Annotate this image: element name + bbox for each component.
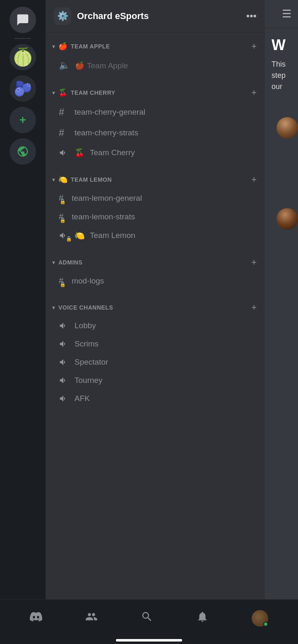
right-panel-header: ☰ — [265, 0, 298, 28]
search-icon — [141, 610, 153, 626]
right-panel-title: W — [272, 36, 291, 54]
channel-sidebar: ⚙️ Orchard eSports ••• ▾ 🍎 TEAM APPLE + … — [46, 0, 265, 599]
voice-channel-label: Scrims — [74, 339, 99, 348]
other-server-icon[interactable]: 🫐 — [10, 75, 36, 102]
channel-tourney[interactable]: Tourney — [49, 372, 262, 389]
hash-lock-icon: #🔒 — [59, 212, 63, 221]
server-header-icon: ⚙️ — [54, 7, 71, 25]
voice-channel-label: AFK — [74, 394, 90, 403]
member-avatar — [276, 117, 298, 139]
hash-lock-icon: #🔒 — [59, 193, 63, 203]
add-server-button[interactable]: + — [10, 107, 36, 133]
browse-servers-button[interactable] — [10, 138, 36, 165]
home-indicator-wrapper — [0, 637, 298, 644]
nav-search[interactable] — [134, 607, 160, 629]
category-admins-label: ADMINS — [58, 259, 248, 266]
add-channel-button[interactable]: + — [251, 302, 257, 313]
category-team-cherry-label: TEAM CHERRY — [71, 89, 248, 96]
volume-icon: 🔈 — [59, 60, 70, 71]
category-team-cherry-header[interactable]: ▾ 🍒 TEAM CHERRY + — [46, 82, 265, 101]
chevron-down-icon: ▾ — [52, 89, 55, 96]
hash-icon: # — [59, 127, 70, 139]
category-team-lemon-header[interactable]: ▾ 🍋 TEAM LEMON + — [46, 169, 265, 188]
voice-channel-label: Spectator — [74, 358, 108, 367]
channel-lobby[interactable]: Lobby — [49, 317, 262, 334]
chevron-down-icon: ▾ — [52, 176, 55, 183]
chevron-down-icon: ▾ — [52, 43, 55, 50]
add-channel-button[interactable]: + — [251, 174, 257, 185]
direct-messages-icon[interactable] — [10, 7, 36, 33]
hash-icon: # — [59, 106, 70, 118]
category-voice-channels-header[interactable]: ▾ VOICE CHANNELS + — [46, 297, 265, 316]
category-team-lemon: ▾ 🍋 TEAM LEMON + #🔒 team-lemon-general #… — [46, 166, 265, 249]
volume-lock-icon: 🔒 — [59, 231, 70, 240]
voice-channel-label: Tourney — [74, 376, 103, 385]
channel-team-lemon-general[interactable]: #🔒 team-lemon-general — [49, 189, 262, 207]
volume-icon — [59, 358, 70, 367]
category-voice-channels: ▾ VOICE CHANNELS + Lobby Scrims — [46, 294, 265, 411]
nav-friends[interactable] — [79, 607, 104, 629]
channel-name-label: mod-logs — [72, 276, 104, 286]
nav-home[interactable] — [23, 607, 49, 629]
server-sidebar: 🍈 🫐 + — [0, 0, 46, 599]
nav-profile[interactable] — [245, 607, 275, 630]
volume-icon — [59, 376, 70, 385]
add-channel-button[interactable]: + — [251, 257, 257, 268]
voice-channel-label: Lobby — [74, 321, 96, 330]
volume-icon — [59, 394, 70, 403]
user-avatar — [252, 610, 268, 627]
server-divider — [14, 38, 31, 39]
bell-icon — [196, 610, 209, 626]
home-indicator — [116, 639, 182, 642]
hamburger-menu-icon[interactable]: ☰ — [282, 7, 291, 20]
channel-mod-logs[interactable]: #🔒 mod-logs — [49, 272, 262, 290]
category-team-cherry: ▾ 🍒 TEAM CHERRY + # team-cherry-general … — [46, 79, 265, 166]
discord-logo-icon — [30, 610, 42, 626]
channel-team-cherry-strats[interactable]: # team-cherry-strats — [49, 123, 262, 143]
server-name: Orchard eSports — [77, 11, 240, 22]
chevron-down-icon: ▾ — [52, 304, 55, 311]
add-channel-button[interactable]: + — [251, 41, 257, 52]
server-more-button[interactable]: ••• — [246, 10, 257, 22]
category-admins: ▾ ADMINS + #🔒 mod-logs — [46, 249, 265, 294]
channel-team-lemon-voice[interactable]: 🔒 🍋 Team Lemon — [49, 226, 262, 245]
friends-icon — [85, 610, 98, 626]
channel-afk[interactable]: AFK — [49, 390, 262, 407]
hash-lock-icon: #🔒 — [59, 276, 63, 286]
right-panel-body: Thisstepour — [272, 59, 291, 92]
bottom-nav — [0, 599, 298, 637]
channel-team-lemon-strats[interactable]: #🔒 team-lemon-strats — [49, 208, 262, 226]
add-channel-button[interactable]: + — [251, 87, 257, 98]
nav-notifications[interactable] — [190, 607, 215, 629]
volume-icon — [59, 148, 70, 157]
channel-name-label: team-cherry-strats — [74, 128, 138, 137]
team-apple-voice-partial[interactable]: 🔈 🍎 Team Apple — [49, 56, 262, 75]
volume-icon — [59, 321, 70, 330]
category-team-apple: ▾ 🍎 TEAM APPLE + 🔈 🍎 Team Apple — [46, 33, 265, 79]
channel-name-label: team-lemon-general — [72, 194, 142, 203]
volume-icon — [59, 339, 70, 348]
category-team-lemon-label: TEAM LEMON — [71, 176, 248, 183]
channel-scrims[interactable]: Scrims — [49, 335, 262, 353]
voice-channel-label: Team Cherry — [90, 148, 135, 157]
chevron-down-icon: ▾ — [52, 259, 55, 266]
channel-name-label: team-lemon-strats — [72, 212, 135, 221]
category-admins-header[interactable]: ▾ ADMINS + — [46, 252, 265, 271]
category-team-apple-label: TEAM APPLE — [71, 43, 248, 50]
channel-name-label: team-cherry-general — [74, 108, 145, 117]
channel-team-cherry-voice[interactable]: 🍒 Team Cherry — [49, 144, 262, 162]
channel-spectator[interactable]: Spectator — [49, 353, 262, 371]
right-panel: ☰ W Thisstepour — [265, 0, 298, 599]
category-voice-channels-label: VOICE CHANNELS — [58, 304, 248, 311]
channel-team-cherry-general[interactable]: # team-cherry-general — [49, 102, 262, 122]
online-indicator — [263, 622, 268, 627]
orchard-esports-server-icon[interactable]: 🍈 — [10, 44, 36, 70]
category-team-apple-header[interactable]: ▾ 🍎 TEAM APPLE + — [46, 36, 265, 55]
server-header[interactable]: ⚙️ Orchard eSports ••• — [46, 0, 265, 33]
member-avatar-2 — [276, 208, 298, 230]
voice-channel-label: Team Lemon — [90, 231, 135, 240]
right-panel-content: W Thisstepour — [265, 28, 298, 101]
